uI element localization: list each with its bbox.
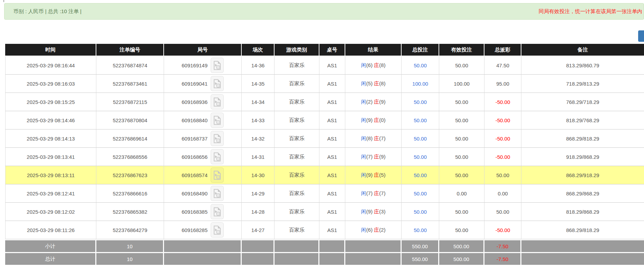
table-header-row: 时间 注单编号 局号 场次 游戏类别 桌号 结果 总投注 有效投注 总派彩 备注 bbox=[5, 44, 644, 56]
video-replay-button[interactable] bbox=[211, 113, 224, 128]
session-cell: 14-27 bbox=[242, 221, 275, 239]
grand-total-count: 10 bbox=[96, 252, 164, 265]
payout-cell: 47.50 bbox=[484, 56, 521, 75]
video-replay-button[interactable] bbox=[211, 76, 224, 91]
clipped-edge-button[interactable] bbox=[638, 30, 644, 42]
video-replay-button[interactable] bbox=[211, 222, 224, 238]
total-bet-link[interactable]: 50.00 bbox=[414, 172, 427, 178]
player-result-points: (9) bbox=[366, 117, 373, 123]
player-result-points: (6) bbox=[366, 62, 373, 68]
banker-result-char: 庄 bbox=[374, 190, 379, 196]
payout-cell: 50.00 bbox=[484, 203, 521, 221]
round-id-cell: 609168490 bbox=[164, 184, 242, 203]
round-id-value: 609168656 bbox=[182, 154, 208, 160]
time-cell: 2025-03-29 08:12:02 bbox=[5, 203, 96, 221]
total-bet-link[interactable]: 50.00 bbox=[414, 117, 427, 123]
player-result-char: 闲 bbox=[361, 80, 366, 86]
grand-total-row: 总计 10 550.00 500.00 -7.50 bbox=[5, 252, 644, 265]
total-bet-link[interactable]: 50.00 bbox=[414, 99, 427, 105]
bet-record-row[interactable]: 2025-03-29 08:12:02 522376865382 6091683… bbox=[5, 203, 644, 221]
bet-record-row[interactable]: 2025-03-29 08:14:13 522376869614 6091687… bbox=[5, 129, 644, 148]
video-file-icon bbox=[213, 134, 221, 143]
valid-bet-cell: 50.00 bbox=[439, 129, 484, 148]
total-bet-link[interactable]: 100.00 bbox=[412, 81, 428, 87]
game-type-cell: 百家乐 bbox=[275, 148, 319, 166]
payout-cell: -50.00 bbox=[484, 111, 521, 129]
payout-cell: -50.00 bbox=[484, 129, 521, 148]
game-type-cell: 百家乐 bbox=[275, 129, 319, 148]
total-bet-link[interactable]: 50.00 bbox=[414, 209, 427, 215]
bet-record-row[interactable]: 2025-03-29 08:12:41 522376866616 6091684… bbox=[5, 184, 644, 203]
col-header-total-bet: 总投注 bbox=[402, 44, 439, 56]
player-result-points: (2) bbox=[366, 99, 373, 105]
player-result-char: 闲 bbox=[361, 190, 366, 196]
banker-result-points: (3) bbox=[379, 209, 385, 214]
banker-result-points: (9) bbox=[379, 99, 385, 105]
round-id-value: 609168574 bbox=[182, 172, 208, 178]
banker-result-points: (7) bbox=[379, 135, 385, 141]
payout-cell: 95.00 bbox=[484, 75, 521, 93]
table-no-cell: AS1 bbox=[319, 56, 345, 75]
round-id-value: 609168490 bbox=[182, 191, 208, 196]
bet-id-cell: 522376872115 bbox=[96, 93, 164, 111]
video-replay-button[interactable] bbox=[211, 149, 224, 164]
col-header-session: 场次 bbox=[242, 44, 275, 56]
result-cell: 闲(6) 庄(8) bbox=[345, 56, 402, 75]
banker-result-char: 庄 bbox=[374, 209, 379, 214]
bet-id-cell: 522376873461 bbox=[96, 75, 164, 93]
bet-record-row[interactable]: 2025-03-29 08:16:03 522376873461 6091690… bbox=[5, 75, 644, 93]
video-file-icon bbox=[213, 189, 221, 198]
video-replay-button[interactable] bbox=[211, 204, 224, 219]
bet-record-row[interactable]: 2025-03-29 08:16:44 522376874874 6091691… bbox=[5, 56, 644, 75]
valid-bet-notice: 同局有效投注，统一计算在该局第一张注单内 bbox=[539, 8, 642, 15]
round-id-value: 609168385 bbox=[182, 209, 208, 215]
video-replay-button[interactable] bbox=[211, 167, 224, 183]
video-replay-button[interactable] bbox=[211, 131, 224, 146]
banker-result-char: 庄 bbox=[374, 117, 379, 123]
total-bet-link[interactable]: 50.00 bbox=[414, 62, 427, 68]
total-bet-link[interactable]: 50.00 bbox=[414, 191, 427, 196]
remark-cell: 768.29/718.29 bbox=[521, 93, 644, 111]
summary-banner: 币别 : 人民币 | 总共 :10 注单 | 同局有效投注，统一计算在该局第一张… bbox=[4, 3, 644, 20]
total-bet-cell: 50.00 bbox=[402, 166, 439, 184]
table-no-cell: AS1 bbox=[319, 203, 345, 221]
player-result-points: (9) bbox=[366, 209, 373, 214]
player-result-points: (7) bbox=[366, 190, 373, 196]
time-cell: 2025-03-29 08:13:11 bbox=[5, 166, 96, 184]
game-type-cell: 百家乐 bbox=[275, 75, 319, 93]
game-type-cell: 百家乐 bbox=[275, 166, 319, 184]
bet-record-row[interactable]: 2025-03-29 08:11:26 522376864279 6091682… bbox=[5, 221, 644, 239]
remark-cell: 818.29/868.29 bbox=[521, 203, 644, 221]
col-header-game-type: 游戏类别 bbox=[275, 44, 319, 56]
remark-cell: 868.29/818.29 bbox=[521, 129, 644, 148]
total-bet-link[interactable]: 50.00 bbox=[414, 154, 427, 160]
total-bet-link[interactable]: 50.00 bbox=[414, 136, 427, 142]
subtotal-payout: -7.50 bbox=[484, 239, 521, 252]
result-cell: 闲(9) 庄(5) bbox=[345, 166, 402, 184]
payout-cell: 50.00 bbox=[484, 166, 521, 184]
video-replay-button[interactable] bbox=[211, 94, 224, 109]
subtotal-total-bet: 550.00 bbox=[402, 239, 439, 252]
video-replay-button[interactable] bbox=[211, 186, 224, 201]
total-bet-link[interactable]: 50.00 bbox=[414, 227, 427, 233]
remark-cell: 813.29/860.79 bbox=[521, 56, 644, 75]
banker-result-points: (0) bbox=[379, 117, 385, 123]
bet-record-row[interactable]: 2025-03-29 08:13:11 522376867623 6091685… bbox=[5, 166, 644, 184]
table-no-cell: AS1 bbox=[319, 148, 345, 166]
total-bet-cell: 50.00 bbox=[402, 148, 439, 166]
grand-total-payout: -7.50 bbox=[484, 252, 521, 265]
bet-record-row[interactable]: 2025-03-29 08:13:41 522376868556 6091686… bbox=[5, 148, 644, 166]
session-cell: 14-32 bbox=[242, 129, 275, 148]
grand-total-total-bet: 550.00 bbox=[402, 252, 439, 265]
video-replay-button[interactable] bbox=[211, 58, 224, 73]
round-id-value: 609168285 bbox=[182, 227, 208, 233]
round-id-cell: 609168285 bbox=[164, 221, 242, 239]
bet-record-row[interactable]: 2025-03-29 08:14:46 522376870804 6091688… bbox=[5, 111, 644, 129]
bet-id-cell: 522376869614 bbox=[96, 129, 164, 148]
banker-result-char: 庄 bbox=[374, 227, 379, 233]
player-result-char: 闲 bbox=[361, 62, 366, 68]
valid-bet-cell: 50.00 bbox=[439, 93, 484, 111]
bet-record-row[interactable]: 2025-03-29 08:15:25 522376872115 6091689… bbox=[5, 93, 644, 111]
session-cell: 14-35 bbox=[242, 75, 275, 93]
bet-records-table: 时间 注单编号 局号 场次 游戏类别 桌号 结果 总投注 有效投注 总派彩 备注… bbox=[5, 44, 644, 265]
